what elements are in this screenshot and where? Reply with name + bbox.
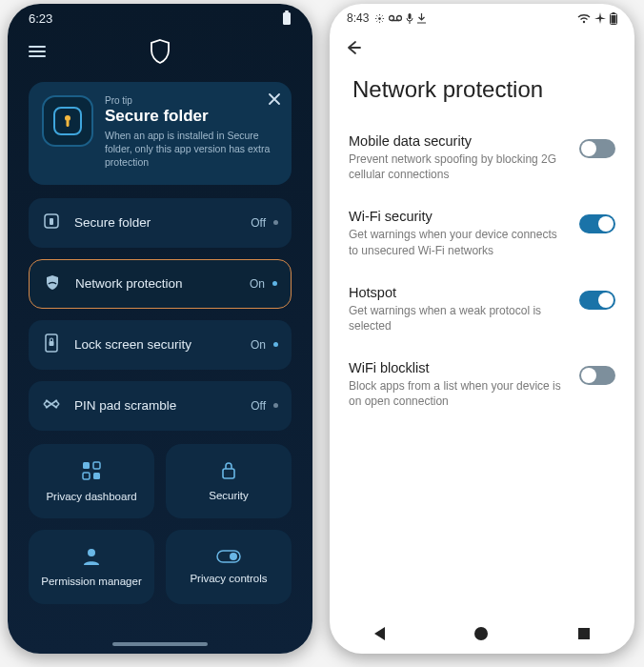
feature-row-network-protection[interactable]: Network protectionOn xyxy=(29,259,292,309)
feature-status: On xyxy=(250,277,265,291)
svg-rect-3 xyxy=(67,120,70,127)
back-row xyxy=(330,29,634,71)
setting-text: WiFi blocklistBlock apps from a list whe… xyxy=(349,360,579,409)
setting-title: WiFi blocklist xyxy=(349,360,570,375)
nav-recent-button[interactable] xyxy=(578,628,590,639)
protip-app-icon xyxy=(42,95,93,147)
toggle-wifi-blocklist[interactable] xyxy=(579,366,615,385)
setting-text: HotspotGet warnings when a weak protocol… xyxy=(349,285,579,334)
status-right-icons xyxy=(282,10,292,26)
toggle-mobile-data-security[interactable] xyxy=(579,139,615,158)
nav-back-button[interactable] xyxy=(374,627,385,640)
status-dot xyxy=(273,220,278,225)
setting-title: Wi-Fi security xyxy=(349,209,570,224)
battery-icon xyxy=(282,10,292,26)
feature-status: Off xyxy=(251,216,266,230)
person-icon xyxy=(82,547,101,570)
android-navbar xyxy=(330,614,634,654)
protip-close-button[interactable] xyxy=(269,91,280,109)
lock-icon xyxy=(220,461,237,484)
feature-row-lock-screen-security[interactable]: Lock screen securityOn xyxy=(29,320,292,370)
nav-home-button[interactable] xyxy=(474,627,488,640)
mic-icon xyxy=(406,13,413,24)
protip-body: Pro tip Secure folder When an app is ins… xyxy=(105,95,276,170)
setting-row-mobile-data-security[interactable]: Mobile data securityPrevent network spoo… xyxy=(349,120,615,195)
tile-label: Privacy controls xyxy=(190,573,267,584)
setting-desc: Prevent network spoofing by blocking 2G … xyxy=(349,152,570,182)
keyhole-icon xyxy=(53,107,82,135)
svg-rect-11 xyxy=(93,473,100,479)
toggle-hotspot[interactable] xyxy=(579,291,615,310)
status-dot xyxy=(272,281,277,286)
status-bar-left: 6:23 xyxy=(8,4,312,29)
setting-row-wi-fi-security[interactable]: Wi-Fi securityGet warnings when your dev… xyxy=(349,195,615,271)
gear-icon xyxy=(374,13,385,24)
arrow-left-icon xyxy=(343,38,362,57)
svg-point-21 xyxy=(583,20,585,22)
svg-rect-10 xyxy=(83,473,90,479)
protip-desc: When an app is installed in Secure folde… xyxy=(105,129,276,170)
feature-status: Off xyxy=(251,399,266,413)
home-indicator[interactable] xyxy=(112,642,208,646)
hamburger-icon xyxy=(29,46,46,57)
svg-point-13 xyxy=(88,549,95,556)
menu-button[interactable] xyxy=(29,46,46,57)
right-phone: 8:43 Network protection Mobile data secu… xyxy=(330,4,634,654)
tile-privacy-dashboard[interactable]: Privacy dashboard xyxy=(29,444,154,518)
svg-rect-5 xyxy=(50,218,53,225)
protip-kicker: Pro tip xyxy=(105,95,276,106)
tile-privacy-controls[interactable]: Privacy controls xyxy=(166,530,292,604)
feature-row-secure-folder[interactable]: Secure folderOff xyxy=(29,198,292,248)
protip-title: Secure folder xyxy=(105,107,276,126)
status-dot xyxy=(273,403,278,408)
close-icon xyxy=(269,93,280,105)
setting-text: Wi-Fi securityGet warnings when your dev… xyxy=(349,209,579,257)
dashboard-icon xyxy=(81,460,102,485)
setting-text: Mobile data securityPrevent network spoo… xyxy=(349,133,579,182)
svg-rect-24 xyxy=(612,15,616,24)
status-notif-icons xyxy=(374,13,426,24)
svg-point-17 xyxy=(390,16,394,21)
svg-point-16 xyxy=(378,17,381,20)
protip-card[interactable]: Pro tip Secure folder When an app is ins… xyxy=(29,82,292,185)
back-button[interactable] xyxy=(343,38,362,61)
svg-rect-8 xyxy=(83,462,90,469)
shield-outline-icon xyxy=(150,39,171,64)
battery-icon xyxy=(610,12,617,25)
svg-rect-20 xyxy=(409,13,412,19)
setting-title: Hotspot xyxy=(349,285,570,300)
feature-label: Secure folder xyxy=(74,215,251,230)
tile-label: Permission manager xyxy=(41,576,141,587)
tile-security[interactable]: Security xyxy=(166,444,292,518)
status-time: 8:43 xyxy=(347,11,369,25)
tile-label: Security xyxy=(209,490,249,501)
voicemail-icon xyxy=(389,14,402,22)
svg-rect-7 xyxy=(50,341,54,346)
app-header xyxy=(8,29,312,74)
setting-title: Mobile data security xyxy=(349,133,570,149)
svg-rect-9 xyxy=(93,462,100,469)
setting-desc: Get warnings when your device connects t… xyxy=(349,227,570,257)
tile-grid: Privacy dashboardSecurityPermission mana… xyxy=(8,431,312,604)
toggle-wi-fi-security[interactable] xyxy=(579,214,615,233)
status-time: 6:23 xyxy=(29,11,52,26)
setting-row-hotspot[interactable]: HotspotGet warnings when a weak protocol… xyxy=(349,272,615,347)
feature-row-pin-pad-scramble[interactable]: PIN pad scrambleOff xyxy=(29,381,292,431)
tile-label: Privacy dashboard xyxy=(46,491,136,502)
tile-permission-manager[interactable]: Permission manager xyxy=(29,530,154,604)
feature-list: Secure folderOffNetwork protectionOnLock… xyxy=(8,198,312,431)
network-shield-icon xyxy=(43,273,62,294)
svg-point-18 xyxy=(397,16,402,21)
toggle-icon xyxy=(216,550,241,567)
svg-rect-23 xyxy=(613,12,615,14)
status-bar-right: 8:43 xyxy=(330,4,634,29)
setting-desc: Block apps from a list when your device … xyxy=(349,378,570,409)
feature-label: Network protection xyxy=(75,276,250,291)
status-right-cluster xyxy=(577,12,617,25)
status-dot xyxy=(273,342,278,347)
status-left-cluster: 8:43 xyxy=(347,11,426,25)
secure-folder-icon xyxy=(42,212,61,233)
pin-scramble-icon xyxy=(42,395,61,416)
feature-label: PIN pad scramble xyxy=(74,398,251,413)
setting-row-wifi-blocklist[interactable]: WiFi blocklistBlock apps from a list whe… xyxy=(349,347,615,422)
